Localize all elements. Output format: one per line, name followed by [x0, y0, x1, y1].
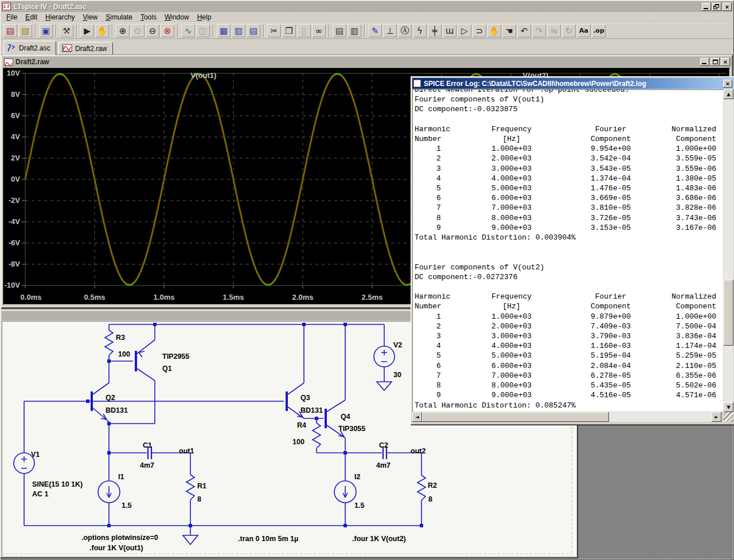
log-line — [415, 242, 721, 252]
label-net-button[interactable]: Ⓐ — [398, 24, 412, 37]
waveform-window-title-bar[interactable]: Draft2.raw × — [3, 57, 731, 67]
toolbar-separator — [213, 25, 214, 37]
log-file-icon — [413, 80, 421, 87]
menu-file[interactable]: File — [2, 12, 21, 22]
place-capacitor-button[interactable]: ╪ — [428, 24, 442, 37]
place-resistor-button[interactable]: ϟ — [413, 24, 427, 37]
tab-draft2-asc[interactable]: Draft2.asc — [3, 41, 56, 55]
drag-button[interactable]: ☚ — [502, 24, 516, 37]
draw-wire-button[interactable]: ✎ — [368, 24, 382, 37]
print-button[interactable]: ▤ — [333, 24, 346, 37]
harmonic-table-row: HarmonicFrequencyFourierNormalized — [415, 124, 721, 134]
error-log-title-bar[interactable]: SPICE Error Log: C:\Data\LTC\SwCADIII\ho… — [412, 78, 733, 89]
text-tool-button[interactable]: Aa — [577, 24, 591, 37]
horizontal-scroll-thumb[interactable] — [422, 412, 609, 422]
axis-tick-label: 4V — [11, 132, 20, 141]
axis-tick-label: 10V — [7, 69, 20, 77]
scroll-up-button[interactable]: ▲ — [724, 89, 733, 99]
print-preview-button[interactable]: ▥ — [348, 24, 361, 37]
waveform-window-title: Draft2.raw — [15, 58, 699, 66]
place-diode-button[interactable]: ▷ — [458, 24, 471, 37]
schematic-label: 100 — [292, 438, 304, 446]
menu-view[interactable]: View — [79, 12, 101, 22]
spice-error-log-window: SPICE Error Log: C:\Data\LTC\SwCADIII\ho… — [411, 76, 734, 425]
schematic-label: 4m7 — [376, 461, 391, 469]
axis-tick-label: -6V — [9, 238, 21, 247]
save-button[interactable]: ▣ — [39, 24, 53, 37]
spice-directive-button[interactable]: .op — [592, 24, 606, 37]
harmonic-table-row: 88.000e+035.435e-055.502e-06 — [415, 381, 721, 390]
zoom-full-extents-button[interactable]: ⊗ — [161, 24, 174, 37]
thd-line: Total Harmonic Distortion: 0.085247% — [415, 401, 721, 410]
error-log-vertical-scrollbar[interactable]: ▲ ▼ — [724, 89, 733, 412]
menu-window[interactable]: Window — [161, 12, 193, 22]
open-file-button[interactable]: ▧ — [18, 24, 32, 37]
window-title: LTspice IV - Draft2.asc — [14, 3, 701, 11]
tile-horizontally-button[interactable]: ▥ — [232, 24, 245, 37]
vertical-scroll-thumb[interactable] — [724, 280, 733, 346]
copy-button[interactable]: ❐ — [282, 24, 296, 37]
schematic-label: SINE(15 10 1K) — [32, 480, 83, 488]
axis-tick-label: 2V — [11, 154, 20, 162]
schematic-label: 1.5 — [354, 502, 364, 510]
toolbar-separator — [177, 25, 178, 37]
paste-button: ▯ — [297, 24, 311, 37]
scroll-right-button[interactable]: ► — [712, 412, 721, 422]
toolbar-separator — [329, 25, 330, 37]
place-inductor-button[interactable]: ɯ — [443, 24, 456, 37]
scroll-down-button[interactable]: ▼ — [724, 402, 733, 412]
tile-vertically-button[interactable]: ▤ — [247, 24, 260, 37]
close-button[interactable]: × — [723, 3, 732, 11]
menu-help[interactable]: Help — [193, 12, 216, 22]
waveform-minimize-button[interactable] — [700, 58, 709, 66]
undo-button[interactable]: ↶ — [517, 24, 531, 37]
waveform-maximize-button[interactable] — [710, 58, 720, 66]
run-simulation-button[interactable]: ▶ — [80, 24, 94, 37]
toolbar: ▤▧▣⚒▶✋⊕⊙⊖⊗∿◫▦▥▤✂❐▯∞▤▥✎⊥Ⓐϟ╪ɯ▷⊃✋☚↶↷⇋↻Aa.op — [1, 22, 733, 39]
error-log-horizontal-scrollbar[interactable]: ◄ ► — [412, 412, 721, 422]
harmonic-table-row: 77.000e+033.810e-053.828e-06 — [415, 203, 721, 213]
control-panel-button[interactable]: ⚒ — [60, 24, 73, 37]
toolbar-separator — [364, 25, 365, 37]
schematic-label: .tran 0 10m 5m 1µ — [238, 535, 298, 543]
axis-tick-label: 2.0ms — [292, 293, 314, 301]
autorange-y-axis-button[interactable]: ∿ — [181, 24, 195, 37]
axis-tick-label: -10V — [5, 281, 21, 289]
cut-button[interactable]: ✂ — [267, 24, 281, 37]
waveform-close-button[interactable]: × — [721, 58, 730, 66]
harmonic-table-row: 33.000e+033.543e-053.559e-06 — [415, 164, 721, 174]
error-log-close-button[interactable]: × — [723, 80, 732, 88]
new-schematic-button[interactable]: ▤ — [3, 24, 17, 37]
schematic-label: 8 — [428, 495, 432, 503]
harmonic-table-row: 66.000e+032.084e-042.110e-05 — [415, 361, 721, 371]
harmonic-table-row: 66.000e+033.669e-053.686e-06 — [415, 193, 721, 203]
menu-edit[interactable]: Edit — [21, 12, 41, 22]
menu-simulate[interactable]: Simulate — [101, 12, 136, 22]
minimize-button[interactable] — [702, 3, 711, 11]
schematic-label: 100 — [118, 350, 130, 358]
schematic-label: I2 — [354, 473, 360, 481]
cascade-windows-button[interactable]: ▦ — [217, 24, 231, 37]
find-button[interactable]: ∞ — [312, 24, 326, 37]
axis-tick-label: 1.0ms — [154, 293, 175, 301]
zoom-out-button[interactable]: ⊖ — [146, 24, 159, 37]
resize-grip[interactable] — [724, 412, 733, 422]
schematic-label: I1 — [118, 473, 124, 481]
tab-draft2-raw[interactable]: Draft2.raw — [58, 42, 112, 55]
minimize-icon — [704, 8, 708, 9]
main-title-bar[interactable]: LT LTspice IV - Draft2.asc × — [1, 1, 733, 12]
schematic-label: 1.5 — [122, 502, 131, 510]
axis-tick-label: 6V — [11, 111, 20, 120]
scroll-left-button[interactable]: ◄ — [412, 412, 422, 422]
schematic-label: C2 — [379, 441, 388, 449]
restore-button[interactable] — [712, 3, 721, 11]
zoom-in-button[interactable]: ⊕ — [116, 24, 130, 37]
place-ground-button[interactable]: ⊥ — [383, 24, 397, 37]
zoom-back-button: ⊙ — [131, 24, 145, 37]
menu-hierarchy[interactable]: Hierarchy — [41, 12, 79, 22]
toolbar-separator — [35, 25, 36, 37]
move-button[interactable]: ✋ — [487, 24, 501, 37]
schematic-label: Q2 — [106, 394, 115, 402]
menu-tools[interactable]: Tools — [136, 12, 161, 22]
place-component-button[interactable]: ⊃ — [473, 24, 486, 37]
